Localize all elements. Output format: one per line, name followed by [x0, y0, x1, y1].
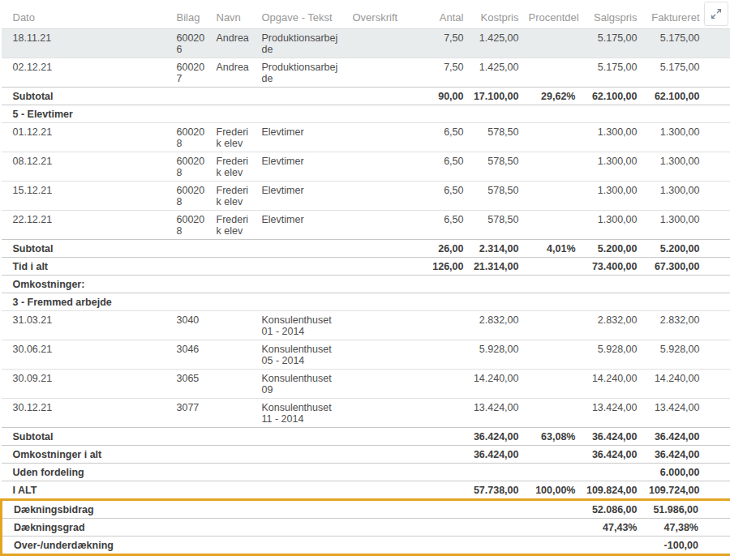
cell-dato: Subtotal: [2, 240, 172, 258]
cell-bilag: [172, 240, 212, 258]
cell-salgspris: 13.424,00: [581, 399, 642, 428]
cell-kostpris: [469, 519, 524, 536]
cell-kostpris: 2.314,00: [469, 240, 524, 258]
highlight-row: Dækningsgrad47,43%47,38%: [2, 519, 730, 536]
cell-overskrift: [348, 182, 409, 211]
cell-faktureret: 36.424,00: [642, 446, 730, 464]
section-row: 5 - Elevtimer: [2, 105, 730, 123]
cell-salgspris: [581, 464, 642, 481]
cell-procentdel: [524, 446, 581, 464]
cell-navn: [212, 240, 257, 258]
cell-opgave: [257, 464, 348, 481]
cell-opgave: Produktionsarbejde: [257, 58, 348, 88]
cell-opgave: Elevtimer: [257, 152, 348, 182]
cell-kostpris: 36.424,00: [469, 446, 524, 464]
cell-overskrift: [348, 370, 409, 399]
cell-dato: Over-/underdækning: [2, 536, 172, 555]
cell-navn: [212, 88, 257, 105]
highlight-row: Over-/underdækning-100,00: [2, 536, 730, 555]
cell-kostpris: [469, 500, 524, 519]
cell-dato: 01.12.21: [2, 123, 172, 152]
cell-faktureret: 2.832,00: [642, 311, 730, 340]
cell-bilag: [172, 293, 212, 311]
cell-dato: Uden fordeling: [2, 464, 172, 481]
cell-kostpris: [469, 293, 524, 311]
cell-salgspris: 1.300,00: [581, 152, 642, 182]
data-row[interactable]: 30.09.213065Konsulenthuset 0914.240,0014…: [2, 370, 730, 399]
cell-salgspris: [581, 536, 642, 555]
total-row: I ALT57.738,00100,00%109.824,00109.724,0…: [2, 481, 730, 500]
column-header-kostpris: Kostpris: [469, 6, 524, 29]
data-row[interactable]: 01.12.21600208Frederik elevElevtimer6,50…: [2, 123, 730, 152]
cell-procentdel: 29,62%: [524, 88, 581, 105]
cell-overskrift: [348, 29, 409, 58]
cell-opgave: Konsulenthuset 01 - 2014: [257, 311, 348, 340]
data-row[interactable]: 31.03.213040Konsulenthuset 01 - 20142.83…: [2, 311, 730, 340]
cell-navn: [212, 481, 257, 500]
cell-faktureret: 5.175,00: [642, 29, 730, 58]
cell-overskrift: [348, 211, 409, 240]
report-table: DatoBilagNavnOpgave - TekstOverskriftAnt…: [0, 6, 730, 556]
cell-dato: 02.12.21: [2, 58, 172, 88]
cell-antal: [409, 500, 469, 519]
cell-faktureret: 5.200,00: [642, 240, 730, 258]
cell-antal: [409, 519, 469, 536]
cell-navn: [212, 258, 257, 276]
data-row[interactable]: 30.12.213077Konsulenthuset 11 - 201413.4…: [2, 399, 730, 428]
cell-kostpris: 5.928,00: [469, 340, 524, 370]
data-row[interactable]: 15.12.21600208Frederik elevElevtimer6,50…: [2, 182, 730, 211]
cell-antal: [409, 481, 469, 500]
cell-bilag: [172, 500, 212, 519]
table-body: 18.11.21600206AndreaProduktionsarbejde7,…: [2, 29, 730, 500]
data-row[interactable]: 08.12.21600208Frederik elevElevtimer6,50…: [2, 152, 730, 182]
cell-procentdel: [524, 211, 581, 240]
cell-antal: [409, 536, 469, 555]
cell-procentdel: [524, 340, 581, 370]
cell-navn: Frederik elev: [212, 182, 257, 211]
cell-salgspris: 52.086,00: [581, 500, 642, 519]
cell-bilag: 3065: [172, 370, 212, 399]
cell-faktureret: [642, 105, 730, 123]
cell-navn: [212, 370, 257, 399]
data-row[interactable]: 30.06.213046Konsulenthuset 05 - 20145.92…: [2, 340, 730, 370]
cell-opgave: [257, 446, 348, 464]
cell-dato: 31.03.21: [2, 311, 172, 340]
cell-navn: [212, 399, 257, 428]
cell-dato: Subtotal: [2, 88, 172, 105]
cell-overskrift: [348, 276, 409, 293]
cell-procentdel: [524, 399, 581, 428]
cell-antal: 26,00: [409, 240, 469, 258]
cell-opgave: [257, 240, 348, 258]
cell-antal: [409, 340, 469, 370]
cell-salgspris: 5.175,00: [581, 29, 642, 58]
data-row[interactable]: 18.11.21600206AndreaProduktionsarbejde7,…: [2, 29, 730, 58]
cell-antal: [409, 446, 469, 464]
cell-dato: 5 - Elevtimer: [2, 105, 172, 123]
cell-dato: I ALT: [2, 481, 172, 500]
cell-kostpris: 13.424,00: [469, 399, 524, 428]
cell-kostpris: 578,50: [469, 152, 524, 182]
cell-procentdel: [524, 258, 581, 276]
cell-salgspris: 14.240,00: [581, 370, 642, 399]
data-row[interactable]: 22.12.21600208Frederik elevElevtimer6,50…: [2, 211, 730, 240]
subtotal-row: Subtotal90,0017.100,0029,62%62.100,0062.…: [2, 88, 730, 105]
cell-navn: Frederik elev: [212, 211, 257, 240]
cell-procentdel: 4,01%: [524, 240, 581, 258]
expand-button[interactable]: [704, 2, 728, 26]
cell-antal: 6,50: [409, 123, 469, 152]
cell-faktureret: 1.300,00: [642, 123, 730, 152]
cell-bilag: 600208: [172, 211, 212, 240]
cell-opgave: [257, 500, 348, 519]
subtotal-row: Subtotal36.424,0063,08%36.424,0036.424,0…: [2, 428, 730, 446]
data-row[interactable]: 02.12.21600207AndreaProduktionsarbejde7,…: [2, 58, 730, 88]
cell-opgave: [257, 481, 348, 500]
cell-antal: [409, 464, 469, 481]
cell-salgspris: 36.424,00: [581, 446, 642, 464]
cell-bilag: 600207: [172, 58, 212, 88]
cell-procentdel: [524, 182, 581, 211]
cell-navn: [212, 536, 257, 555]
cell-procentdel: [524, 152, 581, 182]
cell-overskrift: [348, 88, 409, 105]
cell-navn: [212, 340, 257, 370]
cell-overskrift: [348, 464, 409, 481]
